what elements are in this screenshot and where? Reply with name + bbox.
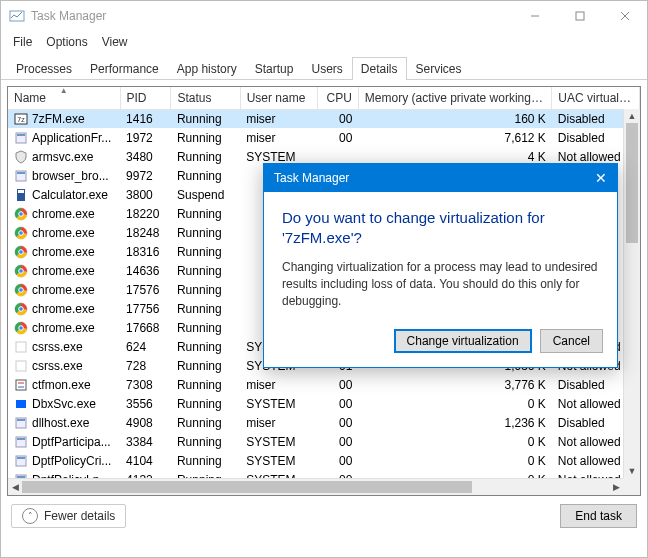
scroll-up-arrow-icon[interactable]: ▲ xyxy=(624,109,640,123)
scroll-thumb[interactable] xyxy=(626,123,638,243)
svg-rect-8 xyxy=(17,134,25,136)
process-pid: 9972 xyxy=(120,166,171,185)
process-icon xyxy=(14,264,28,278)
process-memory: 3,776 K xyxy=(358,375,552,394)
process-name: chrome.exe xyxy=(32,245,95,259)
process-status: Running xyxy=(171,223,240,242)
scroll-down-arrow-icon[interactable]: ▼ xyxy=(624,464,640,478)
svg-point-15 xyxy=(19,211,24,216)
vertical-scrollbar[interactable]: ▲ ▼ xyxy=(623,109,640,478)
process-icon xyxy=(14,169,28,183)
column-uac[interactable]: UAC virtualizat xyxy=(552,87,640,109)
scroll-right-arrow-icon[interactable]: ▶ xyxy=(609,479,623,495)
table-row[interactable]: DptfPolicyCri...4104RunningSYSTEM000 KNo… xyxy=(8,451,640,470)
window-minimize-button[interactable] xyxy=(512,1,557,31)
process-status: Running xyxy=(171,394,240,413)
process-cpu: 00 xyxy=(318,413,359,432)
scroll-thumb[interactable] xyxy=(22,481,472,493)
process-memory: 7,612 K xyxy=(358,128,552,147)
scrollbar-corner xyxy=(623,478,640,495)
process-status: Running xyxy=(171,242,240,261)
process-user: SYSTEM xyxy=(240,451,317,470)
process-memory: 1,236 K xyxy=(358,413,552,432)
process-name: DptfParticipa... xyxy=(32,435,111,449)
process-icon: 7z xyxy=(14,112,28,126)
svg-point-24 xyxy=(19,268,24,273)
menu-file[interactable]: File xyxy=(7,33,38,51)
change-virtualization-button[interactable]: Change virtualization xyxy=(394,329,532,353)
svg-text:7z: 7z xyxy=(17,116,25,123)
process-icon xyxy=(14,302,28,316)
process-user: miser xyxy=(240,375,317,394)
column-memory[interactable]: Memory (active private working set) xyxy=(358,87,552,109)
process-name: chrome.exe xyxy=(32,226,95,240)
svg-rect-35 xyxy=(16,361,26,371)
column-user[interactable]: User name xyxy=(240,87,317,109)
tab-app-history[interactable]: App history xyxy=(168,57,246,80)
table-row[interactable]: DptfParticipa...3384RunningSYSTEM000 KNo… xyxy=(8,432,640,451)
end-task-button[interactable]: End task xyxy=(560,504,637,528)
window-maximize-button[interactable] xyxy=(557,1,602,31)
process-status: Running xyxy=(171,204,240,223)
process-status: Running xyxy=(171,432,240,451)
window-close-button[interactable] xyxy=(602,1,647,31)
process-name: browser_bro... xyxy=(32,169,109,183)
table-row[interactable]: ctfmon.exe7308Runningmiser003,776 KDisab… xyxy=(8,375,640,394)
process-name: dllhost.exe xyxy=(32,416,89,430)
process-pid: 3480 xyxy=(120,147,171,166)
process-name: chrome.exe xyxy=(32,207,95,221)
process-status: Running xyxy=(171,109,240,128)
process-pid: 18248 xyxy=(120,223,171,242)
process-pid: 1416 xyxy=(120,109,171,128)
process-pid: 14636 xyxy=(120,261,171,280)
process-status: Running xyxy=(171,337,240,356)
table-row[interactable]: ApplicationFr...1972Runningmiser007,612 … xyxy=(8,128,640,147)
tab-users[interactable]: Users xyxy=(302,57,351,80)
tab-details[interactable]: Details xyxy=(352,57,407,80)
process-icon xyxy=(14,207,28,221)
column-name[interactable]: ▲Name xyxy=(8,87,120,109)
dialog-close-button[interactable]: ✕ xyxy=(595,170,607,186)
process-name: ApplicationFr... xyxy=(32,131,111,145)
process-status: Running xyxy=(171,280,240,299)
svg-point-33 xyxy=(19,325,24,330)
tab-processes[interactable]: Processes xyxy=(7,57,81,80)
column-cpu[interactable]: CPU xyxy=(318,87,359,109)
process-memory: 0 K xyxy=(358,451,552,470)
process-name: chrome.exe xyxy=(32,264,95,278)
fewer-details-label: Fewer details xyxy=(44,509,115,523)
process-name: chrome.exe xyxy=(32,321,95,335)
menu-bar: File Options View xyxy=(1,31,647,53)
table-row[interactable]: 7z7zFM.exe1416Runningmiser00160 KDisable… xyxy=(8,109,640,128)
process-icon xyxy=(14,226,28,240)
horizontal-scrollbar[interactable]: ◀ ▶ xyxy=(8,478,623,495)
column-pid[interactable]: PID xyxy=(120,87,171,109)
process-memory: 160 K xyxy=(358,109,552,128)
process-icon xyxy=(14,378,28,392)
column-status[interactable]: Status xyxy=(171,87,240,109)
process-status: Running xyxy=(171,413,240,432)
process-pid: 3556 xyxy=(120,394,171,413)
tab-services[interactable]: Services xyxy=(407,57,471,80)
sort-ascending-icon: ▲ xyxy=(60,87,68,95)
scroll-left-arrow-icon[interactable]: ◀ xyxy=(8,479,22,495)
table-row[interactable]: dllhost.exe4908Runningmiser001,236 KDisa… xyxy=(8,413,640,432)
menu-view[interactable]: View xyxy=(96,33,134,51)
fewer-details-button[interactable]: ˄ Fewer details xyxy=(11,504,126,528)
tab-performance[interactable]: Performance xyxy=(81,57,168,80)
process-status: Running xyxy=(171,166,240,185)
process-icon xyxy=(14,454,28,468)
task-manager-icon xyxy=(9,8,25,24)
dialog-titlebar[interactable]: Task Manager ✕ xyxy=(264,164,617,192)
process-status: Running xyxy=(171,299,240,318)
process-name: armsvc.exe xyxy=(32,150,93,164)
cancel-button[interactable]: Cancel xyxy=(540,329,603,353)
menu-options[interactable]: Options xyxy=(40,33,93,51)
table-row[interactable]: DbxSvc.exe3556RunningSYSTEM000 KNot allo… xyxy=(8,394,640,413)
tab-startup[interactable]: Startup xyxy=(246,57,303,80)
process-cpu: 00 xyxy=(318,109,359,128)
svg-rect-43 xyxy=(17,438,25,440)
process-icon xyxy=(14,131,28,145)
process-pid: 17668 xyxy=(120,318,171,337)
svg-rect-2 xyxy=(576,12,584,20)
